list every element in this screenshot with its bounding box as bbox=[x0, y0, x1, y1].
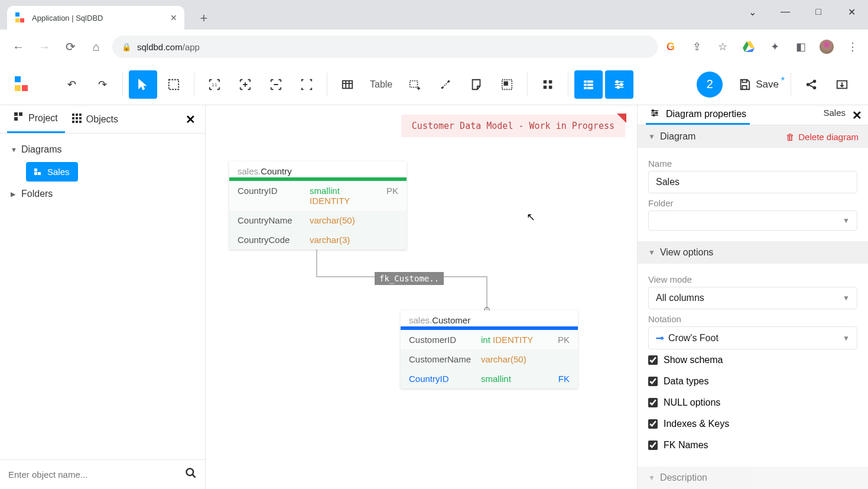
new-tab-button[interactable]: + bbox=[195, 11, 213, 30]
zoom-out-button[interactable] bbox=[262, 70, 290, 99]
lock-icon: 🔒 bbox=[122, 43, 131, 51]
notation-select[interactable]: ⊸ Crow's Foot ▼ bbox=[648, 326, 857, 349]
share-button[interactable] bbox=[797, 70, 825, 99]
diagram-canvas[interactable]: Customer Data Model - Work in Progress f… bbox=[206, 105, 637, 489]
cursor-icon: ↖ bbox=[526, 211, 535, 224]
group-button[interactable] bbox=[493, 70, 521, 99]
checkbox[interactable] bbox=[648, 419, 658, 429]
column-name: CountryID bbox=[409, 374, 474, 384]
export-button[interactable] bbox=[828, 70, 856, 99]
extensions-icon[interactable]: ✦ bbox=[768, 40, 782, 54]
search-icon[interactable] bbox=[185, 467, 197, 482]
project-icon bbox=[14, 112, 24, 124]
svg-rect-17 bbox=[587, 87, 593, 89]
minimap-button[interactable] bbox=[534, 70, 562, 99]
view-mode-select[interactable]: All columns ▼ bbox=[648, 287, 857, 309]
section-description[interactable]: ▼ Description bbox=[638, 467, 868, 489]
settings-view-button[interactable] bbox=[605, 70, 633, 99]
window-dropdown-icon[interactable]: ⌄ bbox=[736, 0, 769, 24]
save-icon bbox=[738, 78, 751, 91]
table-row[interactable]: CustomerID int IDENTITY PK bbox=[401, 330, 578, 349]
list-view-button[interactable] bbox=[574, 70, 603, 99]
svg-rect-32 bbox=[76, 117, 78, 119]
check-show-schema[interactable]: Show schema bbox=[648, 349, 857, 371]
column-name: CountryName bbox=[238, 215, 303, 225]
section-view-options[interactable]: ▼ View options bbox=[638, 241, 868, 264]
search-input[interactable] bbox=[8, 469, 185, 480]
google-icon[interactable]: G bbox=[664, 40, 678, 54]
properties-close-icon[interactable]: ✕ bbox=[852, 108, 862, 122]
profile-avatar[interactable] bbox=[820, 40, 834, 54]
diagram-name-input[interactable] bbox=[648, 171, 857, 193]
column-name: CustomerName bbox=[409, 354, 474, 364]
checkbox[interactable] bbox=[648, 355, 658, 365]
note-button[interactable] bbox=[462, 70, 490, 99]
marquee-tool-button[interactable] bbox=[160, 70, 188, 99]
share-icon[interactable]: ⇪ bbox=[690, 40, 704, 54]
nav-reload-button[interactable]: ⟳ bbox=[60, 37, 80, 57]
table-row[interactable]: CountryCode varchar(3) bbox=[229, 230, 407, 250]
address-bar[interactable]: 🔒 sqldbd.com/app bbox=[112, 35, 658, 58]
svg-rect-26 bbox=[19, 112, 22, 116]
left-panel-close-icon[interactable]: ✕ bbox=[186, 112, 196, 127]
zoom-fit-button[interactable] bbox=[292, 70, 321, 99]
trash-icon: 🗑 bbox=[786, 132, 795, 142]
nav-home-button[interactable]: ⌂ bbox=[86, 37, 106, 57]
star-icon[interactable]: ☆ bbox=[716, 40, 730, 54]
redo-button[interactable]: ↷ bbox=[88, 70, 116, 99]
browser-tab[interactable]: Application | SqlDBD ✕ bbox=[7, 6, 184, 30]
toolbar-separator bbox=[194, 73, 194, 96]
check-data-types[interactable]: Data types bbox=[648, 371, 857, 392]
table-row[interactable]: CountryID smallint FK bbox=[401, 369, 578, 388]
table-button[interactable] bbox=[333, 70, 362, 99]
fk-label[interactable]: fk_Custome.. bbox=[375, 272, 444, 285]
svg-rect-28 bbox=[72, 114, 74, 116]
table-country[interactable]: sales.Country CountryID smallint IDENTIT… bbox=[229, 161, 407, 250]
tree-diagrams[interactable]: ▼ Diagrams bbox=[0, 140, 205, 160]
section-diagram[interactable]: ▼ Diagram 🗑 Delete diagram bbox=[638, 125, 868, 148]
svg-rect-31 bbox=[72, 117, 74, 119]
tasks-badge[interactable]: 2 bbox=[697, 72, 723, 98]
svg-rect-9 bbox=[549, 80, 552, 83]
canvas-note[interactable]: Customer Data Model - Work in Progress bbox=[401, 115, 625, 137]
check-fk-names[interactable]: FK Names bbox=[648, 435, 857, 456]
save-button[interactable]: Save * bbox=[732, 78, 785, 91]
tab-objects[interactable]: Objects bbox=[65, 105, 125, 133]
relation-button[interactable] bbox=[431, 70, 460, 99]
nav-back-button[interactable]: ← bbox=[8, 37, 28, 57]
side-panel-icon[interactable]: ◧ bbox=[794, 40, 808, 54]
window-minimize-icon[interactable]: ― bbox=[769, 0, 802, 24]
table-row[interactable]: CountryName varchar(50) bbox=[229, 211, 407, 230]
table-row[interactable]: CustomerName varchar(50) bbox=[401, 349, 578, 369]
tab-close-icon[interactable]: ✕ bbox=[170, 13, 177, 22]
chevron-down-icon: ▼ bbox=[648, 474, 655, 482]
svg-rect-11 bbox=[549, 85, 552, 89]
section-description-label: Description bbox=[660, 472, 707, 483]
tree-folders[interactable]: ▶ Folders bbox=[0, 184, 205, 204]
window-close-icon[interactable]: ✕ bbox=[835, 0, 868, 24]
delete-diagram-button[interactable]: 🗑 Delete diagram bbox=[786, 132, 859, 142]
check-null-options[interactable]: NULL options bbox=[648, 392, 857, 413]
menu-icon[interactable]: ⋮ bbox=[846, 40, 860, 54]
tree-diagram-sales[interactable]: Sales bbox=[26, 162, 78, 182]
nav-forward-button[interactable]: → bbox=[34, 37, 54, 57]
folder-select[interactable]: ▼ bbox=[648, 211, 857, 231]
check-indexes-keys[interactable]: Indexes & Keys bbox=[648, 413, 857, 435]
table-customer[interactable]: sales.Customer CustomerID int IDENTITY P… bbox=[401, 310, 578, 388]
zoom-in-button[interactable] bbox=[231, 70, 259, 99]
checkbox[interactable] bbox=[648, 377, 658, 386]
zoom-1-1-button[interactable]: 1:1 bbox=[200, 70, 229, 99]
left-tabs: Project Objects ✕ bbox=[0, 105, 205, 134]
tab-project[interactable]: Project bbox=[7, 105, 65, 133]
chevron-down-icon: ▼ bbox=[843, 216, 850, 225]
drive-icon[interactable] bbox=[742, 40, 756, 54]
window-controls: ⌄ ― □ ✕ bbox=[736, 0, 868, 24]
undo-button[interactable]: ↶ bbox=[57, 70, 86, 99]
select-tool-button[interactable] bbox=[129, 70, 157, 99]
app-logo[interactable] bbox=[15, 76, 31, 93]
checkbox[interactable] bbox=[648, 398, 658, 407]
table-row[interactable]: CountryID smallint IDENTITY PK bbox=[229, 181, 407, 211]
window-maximize-icon[interactable]: □ bbox=[802, 0, 835, 24]
new-table-button[interactable] bbox=[401, 70, 429, 99]
checkbox[interactable] bbox=[648, 441, 658, 450]
